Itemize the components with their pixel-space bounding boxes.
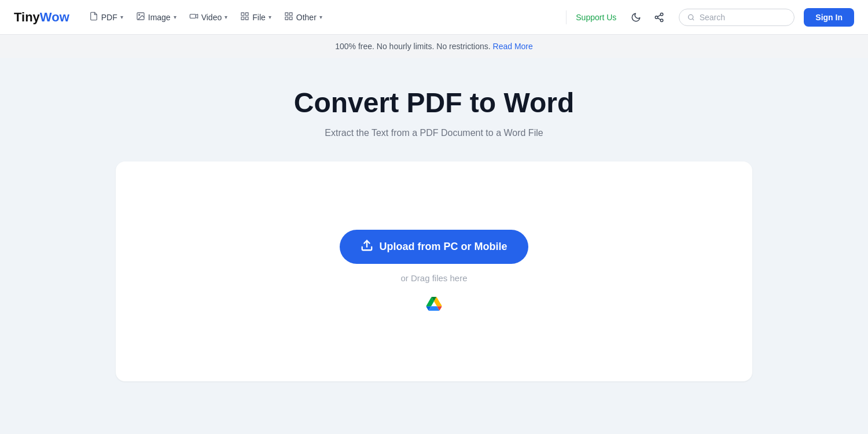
nav-item-pdf[interactable]: PDF ▾ (83, 8, 129, 26)
drag-drop-text: or Drag files here (400, 273, 467, 283)
svg-rect-6 (241, 17, 244, 20)
svg-rect-8 (285, 13, 288, 16)
file-icon (240, 12, 249, 23)
svg-rect-10 (285, 17, 288, 20)
logo-tiny: Tiny (14, 10, 40, 24)
chevron-other: ▾ (319, 14, 322, 20)
search-box (679, 9, 795, 26)
nav-separator (566, 10, 567, 24)
dark-mode-toggle[interactable] (626, 7, 646, 28)
share-button[interactable] (649, 7, 670, 28)
upload-button-label: Upload from PC or Mobile (379, 241, 507, 253)
logo[interactable]: TinyWow (14, 10, 69, 25)
banner-text: 100% free. No hourly limits. No restrict… (335, 42, 490, 51)
upload-icon (361, 239, 373, 255)
chevron-video: ▾ (225, 14, 227, 20)
logo-wow: Wow (40, 10, 69, 24)
chevron-file: ▾ (269, 14, 271, 20)
share-icon (654, 12, 664, 23)
page-subtitle: Extract the Text from a PDF Document to … (325, 128, 543, 138)
nav-item-image[interactable]: Image ▾ (130, 8, 182, 26)
chevron-pdf: ▾ (120, 14, 123, 20)
pdf-icon (89, 12, 98, 23)
search-input[interactable] (700, 13, 786, 22)
header: TinyWow PDF ▾ Image ▾ (0, 0, 868, 35)
video-icon (189, 12, 198, 23)
moon-icon (631, 12, 641, 23)
search-icon (687, 13, 694, 21)
svg-marker-3 (196, 14, 197, 19)
svg-line-15 (658, 18, 661, 20)
support-us-link[interactable]: Support Us (576, 13, 616, 22)
svg-line-18 (693, 19, 694, 20)
nav-label-other: Other (296, 13, 317, 22)
svg-rect-2 (190, 14, 196, 19)
svg-line-16 (658, 14, 661, 16)
svg-rect-9 (289, 13, 292, 16)
nav-label-file: File (252, 13, 266, 22)
nav-label-pdf: PDF (101, 13, 117, 22)
page-title: Convert PDF to Word (294, 87, 574, 119)
svg-rect-11 (289, 17, 292, 20)
signin-button[interactable]: Sign In (804, 8, 854, 27)
nav-item-video[interactable]: Video ▾ (183, 8, 234, 26)
google-drive-icon[interactable] (426, 297, 442, 313)
upload-area: Upload from PC or Mobile or Drag files h… (116, 161, 752, 381)
other-icon (284, 12, 293, 23)
header-icon-group (626, 7, 670, 28)
info-banner: 100% free. No hourly limits. No restrict… (0, 35, 868, 58)
image-icon (136, 12, 145, 23)
main-nav: PDF ▾ Image ▾ Video ▾ (83, 8, 557, 26)
svg-point-1 (138, 14, 139, 16)
main-content: Convert PDF to Word Extract the Text fro… (0, 58, 868, 434)
nav-label-video: Video (201, 13, 222, 22)
nav-item-file[interactable]: File ▾ (234, 8, 277, 26)
chevron-image: ▾ (174, 14, 176, 20)
nav-label-image: Image (148, 13, 171, 22)
banner-read-more[interactable]: Read More (493, 42, 533, 51)
upload-button[interactable]: Upload from PC or Mobile (340, 230, 528, 264)
svg-rect-5 (246, 13, 249, 16)
svg-rect-4 (241, 13, 244, 16)
nav-item-other[interactable]: Other ▾ (278, 8, 328, 26)
svg-rect-7 (246, 17, 249, 20)
upload-arrow-icon (361, 239, 373, 252)
